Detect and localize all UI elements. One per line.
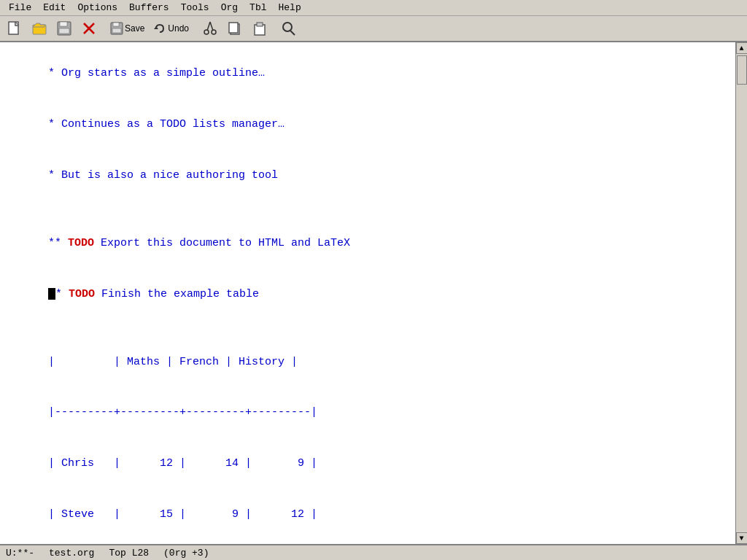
svg-rect-4 <box>60 22 67 26</box>
line-empty-1 <box>9 201 727 217</box>
toolbar: Save Undo <box>0 16 747 42</box>
undo-button[interactable]: Undo <box>150 20 193 37</box>
scroll-down-button[interactable]: ▼ <box>736 532 748 544</box>
table-header-row: | | Maths | French | History | <box>9 336 727 387</box>
svg-line-14 <box>207 22 210 31</box>
new-file-icon <box>7 20 23 36</box>
menubar: File Edit Options Buffers Tools Org Tbl … <box>0 0 747 16</box>
menu-org[interactable]: Org <box>215 1 244 15</box>
table-sep-1: |---------+---------+---------+---------… <box>9 387 727 438</box>
editor-container: * Org starts as a simple outline… * Cont… <box>0 42 747 544</box>
line-todo-2: * TODO Finish the example table <box>9 268 727 319</box>
svg-rect-9 <box>113 23 119 26</box>
save-disk-icon <box>56 20 72 36</box>
svg-line-15 <box>210 22 213 31</box>
paste-icon <box>252 20 268 36</box>
svg-marker-11 <box>154 26 158 29</box>
svg-point-13 <box>212 30 216 34</box>
statusbar: U:**- test.org Top L28 (0rg +3) <box>0 544 747 560</box>
svg-rect-19 <box>257 23 263 26</box>
menu-options[interactable]: Options <box>71 1 123 15</box>
table-sep-2: |---------+---------+---------+---------… <box>9 540 727 544</box>
open-file-icon <box>31 20 47 36</box>
scroll-thumb[interactable] <box>737 55 747 85</box>
svg-point-12 <box>204 30 209 34</box>
save-icon <box>110 22 123 35</box>
menu-buffers[interactable]: Buffers <box>123 1 175 15</box>
copy-icon <box>227 20 243 36</box>
svg-line-21 <box>290 31 295 35</box>
new-button[interactable] <box>3 18 26 39</box>
save-label: Save <box>125 23 144 34</box>
paste-button[interactable] <box>248 18 271 39</box>
status-mode: U:**- <box>6 548 34 559</box>
cut-icon <box>202 20 218 36</box>
cut-button[interactable] <box>198 18 222 39</box>
menu-file[interactable]: File <box>3 1 37 15</box>
line-todo-1: ** TODO Export this document to HTML and… <box>9 218 727 269</box>
save-label-button[interactable]: Save <box>107 20 148 37</box>
menu-edit[interactable]: Edit <box>37 1 71 15</box>
scroll-up-button[interactable]: ▲ <box>736 42 748 54</box>
line-3: * But is also a nice authoring tool <box>9 150 727 201</box>
svg-rect-10 <box>112 28 121 33</box>
close-icon <box>81 20 97 36</box>
undo-label: Undo <box>168 23 189 34</box>
search-button[interactable] <box>277 18 301 39</box>
scrollbar: ▲ ▼ <box>735 42 747 544</box>
save-file-button[interactable] <box>53 18 76 39</box>
line-1: * Org starts as a simple outline… <box>9 48 727 99</box>
table-data-chris: | Chris | 12 | 14 | 9 | <box>9 438 727 489</box>
menu-tools[interactable]: Tools <box>175 1 215 15</box>
close-button[interactable] <box>77 18 101 39</box>
svg-rect-5 <box>59 28 69 34</box>
editor[interactable]: * Org starts as a simple outline… * Cont… <box>0 42 735 544</box>
svg-rect-17 <box>229 23 238 33</box>
status-filename: test.org <box>49 548 94 559</box>
table-data-steve: | Steve | 15 | 9 | 12 | <box>9 489 727 540</box>
svg-point-20 <box>283 23 292 31</box>
menu-help[interactable]: Help <box>272 1 306 15</box>
line-2: * Continues as a TODO lists manager… <box>9 99 727 150</box>
open-button[interactable] <box>28 18 51 39</box>
status-position: Top L28 <box>109 548 149 559</box>
search-icon <box>281 20 297 36</box>
copy-button[interactable] <box>223 18 247 39</box>
undo-icon <box>153 22 166 35</box>
line-empty-2 <box>9 319 727 336</box>
menu-tbl[interactable]: Tbl <box>244 1 272 15</box>
status-extra: (0rg +3) <box>163 548 209 559</box>
